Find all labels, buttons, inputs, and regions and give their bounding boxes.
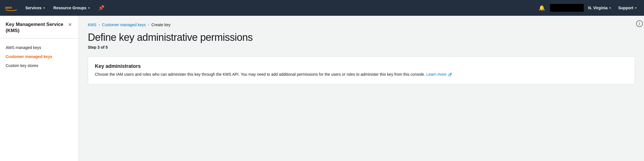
breadcrumb: KMS › Customer managed keys › Create key: [88, 23, 635, 27]
sidebar-item-customer-managed-keys[interactable]: Customer managed keys: [0, 52, 79, 61]
breadcrumb-kms-link[interactable]: KMS: [88, 23, 96, 27]
services-label: Services: [25, 6, 42, 10]
sidebar-header: Key Management Service (KMS) ✕: [0, 21, 79, 39]
info-icon[interactable]: i: [636, 20, 643, 27]
support-nav-item[interactable]: Support ▼: [616, 4, 639, 12]
main-content: KMS › Customer managed keys › Create key…: [79, 16, 644, 161]
breadcrumb-customer-managed-keys-link[interactable]: Customer managed keys: [102, 23, 146, 27]
sidebar-item-custom-key-stores[interactable]: Custom key stores: [0, 61, 79, 70]
top-navigation: aws Services ▼ Resource Groups ▼ 📌 🔔 N. …: [0, 0, 644, 16]
region-chevron: ▼: [609, 6, 612, 10]
svg-text:aws: aws: [5, 5, 12, 10]
sidebar-navigation: AWS managed keys Customer managed keys C…: [0, 39, 79, 75]
region-label: N. Virginia: [588, 6, 608, 10]
notification-bell-icon[interactable]: 🔔: [536, 3, 548, 13]
card-description-text: Choose the IAM users and roles who can a…: [95, 72, 425, 77]
support-chevron: ▼: [634, 6, 637, 10]
resource-groups-nav-item[interactable]: Resource Groups ▼: [51, 4, 93, 12]
support-label: Support: [618, 6, 633, 10]
services-nav-item[interactable]: Services ▼: [23, 4, 48, 12]
page-title: Define key administrative permissions: [88, 32, 635, 43]
account-selector[interactable]: [550, 4, 584, 12]
card-title: Key administrators: [95, 63, 628, 69]
services-chevron: ▼: [43, 6, 46, 10]
key-administrators-card: Key administrators Choose the IAM users …: [88, 56, 635, 84]
breadcrumb-sep-1: ›: [99, 23, 100, 27]
aws-logo[interactable]: aws: [5, 4, 18, 12]
sidebar: Key Management Service (KMS) ✕ AWS manag…: [0, 16, 79, 161]
card-description: Choose the IAM users and roles who can a…: [95, 71, 628, 77]
step-indicator: Step 3 of 5: [88, 45, 635, 50]
external-link-icon: [448, 73, 452, 76]
region-selector[interactable]: N. Virginia ▼: [586, 4, 614, 12]
resource-groups-chevron: ▼: [88, 6, 90, 10]
breadcrumb-sep-2: ›: [148, 23, 149, 27]
page-layout: Key Management Service (KMS) ✕ AWS manag…: [0, 16, 644, 161]
resource-groups-label: Resource Groups: [53, 6, 86, 10]
breadcrumb-create-key: Create key: [151, 23, 171, 27]
sidebar-item-aws-managed-keys[interactable]: AWS managed keys: [0, 43, 79, 52]
learn-more-link[interactable]: Learn more: [426, 72, 451, 77]
pin-icon[interactable]: 📌: [95, 3, 107, 13]
sidebar-close-button[interactable]: ✕: [67, 21, 73, 28]
sidebar-title: Key Management Service (KMS): [6, 21, 67, 34]
info-panel: i: [635, 16, 644, 27]
